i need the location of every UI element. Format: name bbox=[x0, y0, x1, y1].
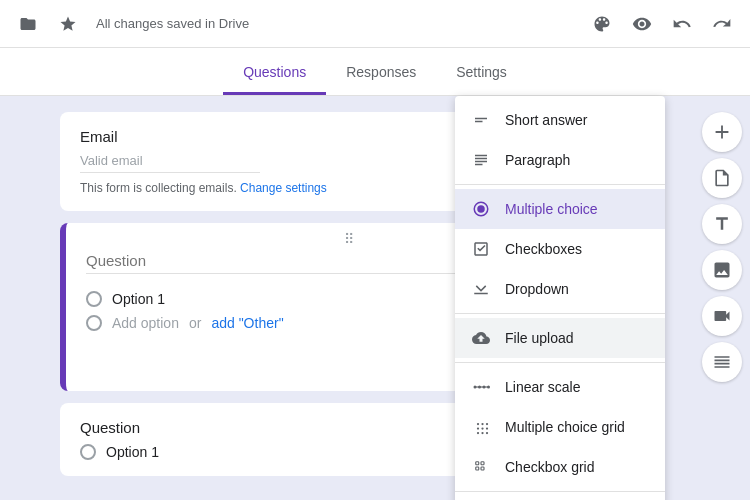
svg-point-11 bbox=[477, 427, 479, 429]
folder-icon[interactable] bbox=[12, 8, 44, 40]
add-other-link[interactable]: add "Other" bbox=[211, 315, 283, 331]
add-title-btn[interactable] bbox=[702, 204, 742, 244]
tab-bar: Questions Responses Settings bbox=[0, 48, 750, 96]
add-section-btn[interactable] bbox=[702, 342, 742, 382]
preview-icon[interactable] bbox=[626, 8, 658, 40]
radio-circle-1 bbox=[86, 291, 102, 307]
main-content: Email Valid email This form is collectin… bbox=[0, 96, 750, 500]
menu-item-paragraph[interactable]: Paragraph bbox=[455, 140, 665, 180]
palette-icon[interactable] bbox=[586, 8, 618, 40]
svg-rect-19 bbox=[476, 467, 479, 470]
option-2-text: Option 1 bbox=[106, 444, 159, 460]
menu-item-short-answer[interactable]: Short answer bbox=[455, 100, 665, 140]
mc-grid-icon bbox=[471, 417, 491, 437]
menu-item-date[interactable]: Date bbox=[455, 496, 665, 500]
divider-1 bbox=[455, 184, 665, 185]
drag-handle[interactable]: ⠿ bbox=[344, 231, 356, 247]
dropdown-label: Dropdown bbox=[505, 281, 569, 297]
svg-point-16 bbox=[486, 432, 488, 434]
svg-point-1 bbox=[477, 205, 485, 213]
menu-item-linear-scale[interactable]: Linear scale bbox=[455, 367, 665, 407]
tab-settings[interactable]: Settings bbox=[436, 52, 527, 95]
menu-item-checkbox-grid[interactable]: Checkbox grid bbox=[455, 447, 665, 487]
svg-point-15 bbox=[481, 432, 483, 434]
svg-rect-20 bbox=[481, 467, 484, 470]
paragraph-label: Paragraph bbox=[505, 152, 570, 168]
right-toolbar bbox=[694, 96, 750, 500]
short-answer-label: Short answer bbox=[505, 112, 587, 128]
add-video-btn[interactable] bbox=[702, 296, 742, 336]
svg-point-14 bbox=[477, 432, 479, 434]
svg-point-9 bbox=[481, 423, 483, 425]
multiple-choice-icon bbox=[471, 199, 491, 219]
divider-3 bbox=[455, 362, 665, 363]
file-upload-label: File upload bbox=[505, 330, 574, 346]
option-1-text: Option 1 bbox=[112, 291, 165, 307]
change-settings-link[interactable]: Change settings bbox=[240, 181, 327, 195]
checkbox-grid-label: Checkbox grid bbox=[505, 459, 595, 475]
top-bar-actions bbox=[586, 8, 738, 40]
radio-circle-add bbox=[86, 315, 102, 331]
svg-point-8 bbox=[477, 423, 479, 425]
add-option-text[interactable]: Add option bbox=[112, 315, 179, 331]
undo-icon[interactable] bbox=[666, 8, 698, 40]
multiple-choice-label: Multiple choice bbox=[505, 201, 598, 217]
menu-item-dropdown[interactable]: Dropdown bbox=[455, 269, 665, 309]
dropdown-menu: Short answer Paragraph Multiple choice bbox=[455, 96, 665, 500]
email-input-placeholder: Valid email bbox=[80, 151, 260, 173]
svg-rect-2 bbox=[474, 293, 488, 295]
add-image-btn[interactable] bbox=[702, 250, 742, 290]
checkboxes-icon bbox=[471, 239, 491, 259]
checkbox-grid-icon bbox=[471, 457, 491, 477]
mc-grid-label: Multiple choice grid bbox=[505, 419, 625, 435]
menu-item-mc-grid[interactable]: Multiple choice grid bbox=[455, 407, 665, 447]
svg-point-13 bbox=[486, 427, 488, 429]
linear-scale-icon bbox=[471, 377, 491, 397]
file-upload-icon bbox=[471, 328, 491, 348]
top-bar: All changes saved in Drive bbox=[0, 0, 750, 48]
svg-point-12 bbox=[481, 427, 483, 429]
import-question-btn[interactable] bbox=[702, 158, 742, 198]
paragraph-icon bbox=[471, 150, 491, 170]
menu-item-multiple-choice[interactable]: Multiple choice bbox=[455, 189, 665, 229]
tab-responses[interactable]: Responses bbox=[326, 52, 436, 95]
checkboxes-label: Checkboxes bbox=[505, 241, 582, 257]
divider-4 bbox=[455, 491, 665, 492]
divider-2 bbox=[455, 313, 665, 314]
star-icon[interactable] bbox=[52, 8, 84, 40]
menu-item-checkboxes[interactable]: Checkboxes bbox=[455, 229, 665, 269]
add-question-btn[interactable] bbox=[702, 112, 742, 152]
or-text: or bbox=[189, 315, 201, 331]
radio-circle-2 bbox=[80, 444, 96, 460]
svg-rect-17 bbox=[476, 462, 479, 465]
autosave-status: All changes saved in Drive bbox=[96, 16, 578, 31]
redo-icon[interactable] bbox=[706, 8, 738, 40]
svg-point-10 bbox=[486, 423, 488, 425]
svg-rect-18 bbox=[481, 462, 484, 465]
tab-questions[interactable]: Questions bbox=[223, 52, 326, 95]
menu-item-file-upload[interactable]: File upload bbox=[455, 318, 665, 358]
dropdown-icon bbox=[471, 279, 491, 299]
email-note-text: This form is collecting emails. bbox=[80, 181, 237, 195]
linear-scale-label: Linear scale bbox=[505, 379, 581, 395]
short-answer-icon bbox=[471, 110, 491, 130]
